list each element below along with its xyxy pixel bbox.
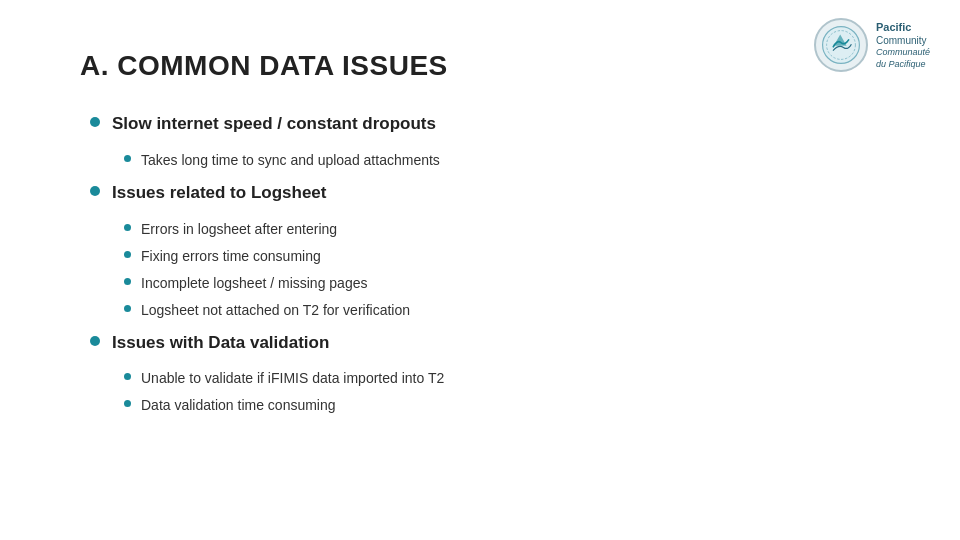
bullet-dot-3 (90, 336, 100, 346)
sub-bullets-data-validation: Unable to validate if iFIMIS data import… (124, 368, 900, 416)
bullet-dot-sm-3a (124, 373, 131, 380)
section-data-validation: Issues with Data validation Unable to va… (90, 331, 900, 417)
logo-text: Pacific Community Communauté du Pacifiqu… (876, 20, 930, 71)
logo-area: Pacific Community Communauté du Pacifiqu… (814, 18, 930, 72)
bullet-dot-sm-2a (124, 224, 131, 231)
sub-bullets-logsheet: Errors in logsheet after entering Fixing… (124, 219, 900, 321)
list-item: Takes long time to sync and upload attac… (124, 150, 900, 171)
section-slow-internet: Slow internet speed / constant dropouts … (90, 112, 900, 171)
logo-brand-name: Pacific (876, 20, 930, 34)
logo-brand-line2: Community (876, 34, 930, 47)
bullet-dot-sm-3b (124, 400, 131, 407)
bullet-l1-data-validation: Issues with Data validation (90, 331, 900, 355)
bullet-text-logsheet: Issues related to Logsheet (112, 181, 326, 205)
logo-brand-fr2: du Pacifique (876, 59, 930, 71)
sub-item-data-validation-time: Data validation time consuming (141, 395, 336, 416)
sub-item-fixing-errors: Fixing errors time consuming (141, 246, 321, 267)
sub-item-incomplete-logsheet: Incomplete logsheet / missing pages (141, 273, 367, 294)
bullet-dot-1 (90, 117, 100, 127)
list-item: Unable to validate if iFIMIS data import… (124, 368, 900, 389)
bullet-text-slow-internet: Slow internet speed / constant dropouts (112, 112, 436, 136)
logo-brand-fr1: Communauté (876, 47, 930, 59)
bullet-dot-sm-2d (124, 305, 131, 312)
sub-item-sync: Takes long time to sync and upload attac… (141, 150, 440, 171)
list-item: Data validation time consuming (124, 395, 900, 416)
bullet-dot-2 (90, 186, 100, 196)
bullet-l1-slow-internet: Slow internet speed / constant dropouts (90, 112, 900, 136)
list-item: Fixing errors time consuming (124, 246, 900, 267)
bullet-dot-sm-2c (124, 278, 131, 285)
bullet-text-data-validation: Issues with Data validation (112, 331, 329, 355)
slide: Pacific Community Communauté du Pacifiqu… (0, 0, 960, 540)
sub-item-unable-validate: Unable to validate if iFIMIS data import… (141, 368, 444, 389)
sub-item-errors-logsheet: Errors in logsheet after entering (141, 219, 337, 240)
sub-item-logsheet-not-attached: Logsheet not attached on T2 for verifica… (141, 300, 410, 321)
bullet-dot-sm-1 (124, 155, 131, 162)
bullet-l1-logsheet: Issues related to Logsheet (90, 181, 900, 205)
list-item: Incomplete logsheet / missing pages (124, 273, 900, 294)
list-item: Logsheet not attached on T2 for verifica… (124, 300, 900, 321)
list-item: Errors in logsheet after entering (124, 219, 900, 240)
slide-title: A. COMMON DATA ISSUES (80, 50, 900, 82)
section-logsheet: Issues related to Logsheet Errors in log… (90, 181, 900, 321)
content-area: Slow internet speed / constant dropouts … (80, 112, 900, 416)
bullet-dot-sm-2b (124, 251, 131, 258)
logo-emblem (814, 18, 868, 72)
sub-bullets-slow-internet: Takes long time to sync and upload attac… (124, 150, 900, 171)
